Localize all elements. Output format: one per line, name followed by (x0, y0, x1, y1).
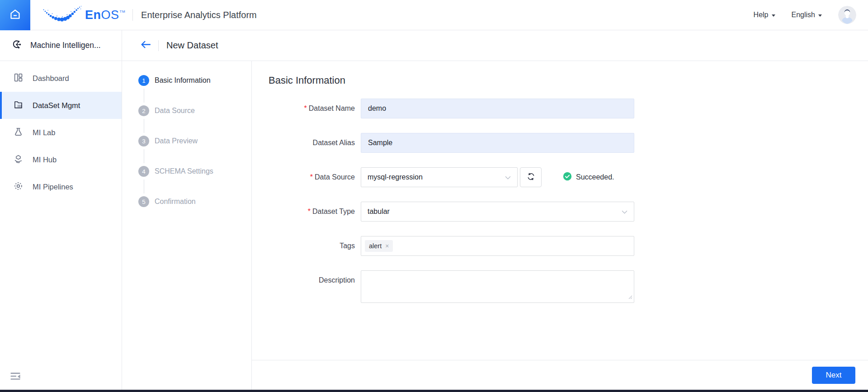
sidebar-item-label: MI Hub (33, 156, 57, 164)
description-textarea[interactable] (361, 270, 634, 303)
sidebar-item-mi-lab[interactable]: MI Lab (0, 119, 122, 146)
help-menu[interactable]: Help (754, 11, 775, 19)
help-menu-label: Help (754, 11, 769, 19)
required-asterisk: * (310, 173, 313, 181)
main-area: Machine Intelligen... Dashboard (0, 30, 868, 390)
required-asterisk: * (308, 208, 311, 215)
home-button[interactable] (0, 0, 30, 30)
sidebar-item-mi-pipelines[interactable]: MI Pipelines (0, 173, 122, 200)
wizard-steps: 1 Basic Information 2 Data Source 3 Data… (122, 61, 252, 390)
sidebar-item-label: MI Pipelines (33, 183, 73, 191)
mi-hub-icon (14, 154, 23, 165)
success-check-icon (563, 172, 572, 183)
sidebar-item-label: Dashboard (33, 74, 69, 83)
required-asterisk: * (304, 104, 307, 112)
dataset-name-input[interactable] (361, 99, 634, 118)
bottom-edge (0, 390, 868, 392)
language-menu[interactable]: English (792, 11, 822, 19)
sidebar-item-label: MI Lab (33, 128, 55, 137)
refresh-data-source-button[interactable] (520, 167, 542, 187)
status-text: Succeeded. (576, 173, 614, 181)
dataset-name-row: *Dataset Name (269, 99, 868, 118)
platform-title: Enterprise Analytics Platform (141, 10, 257, 20)
sidebar-header: Machine Intelligen... (0, 30, 122, 61)
machine-intelligence-app-icon (11, 39, 23, 52)
form-area: Basic Information *Dataset Name Dataset … (252, 61, 868, 390)
wizard-step-schema-settings[interactable]: 4 SCHEMA Settings (138, 166, 251, 196)
dashboard-icon (14, 73, 23, 84)
section-title: Basic Information (269, 75, 868, 86)
dataset-name-label: *Dataset Name (269, 99, 361, 118)
page-title: New Dataset (166, 40, 218, 51)
data-source-selected-value: mysql-regression (368, 173, 423, 181)
page-header: New Dataset (122, 30, 868, 61)
step-number-badge: 1 (138, 75, 149, 86)
app-title: Machine Intelligen... (30, 41, 101, 50)
data-source-row: *Data Source mysql-regression (269, 167, 868, 187)
enos-logo-text: EnOSTM (85, 8, 125, 22)
back-button[interactable] (140, 40, 151, 51)
caret-down-icon (772, 14, 775, 17)
sidebar-item-dashboard[interactable]: Dashboard (0, 65, 122, 92)
step-label: Confirmation (155, 198, 196, 205)
wizard-step-data-preview[interactable]: 3 Data Preview (138, 136, 251, 166)
step-number-badge: 5 (138, 196, 149, 207)
tags-row: Tags alert × (269, 236, 868, 256)
tag-chip-label: alert (369, 242, 382, 250)
description-label: Description (269, 270, 361, 305)
step-label: SCHEMA Settings (155, 167, 213, 175)
top-header: EnOSTM Enterprise Analytics Platform Hel… (0, 0, 868, 30)
dataset-type-label: *Dataset Type (269, 202, 361, 222)
header-divider (132, 9, 133, 21)
tags-input[interactable]: alert × (361, 236, 634, 256)
content: New Dataset 1 Basic Information 2 Data S… (122, 30, 868, 390)
sidebar-item-mi-hub[interactable]: MI Hub (0, 146, 122, 173)
dataset-type-row: *Dataset Type tabular (269, 202, 868, 222)
refresh-icon (527, 172, 535, 182)
description-row: Description (269, 270, 868, 305)
next-button[interactable]: Next (812, 367, 855, 384)
chevron-down-icon (622, 208, 627, 216)
user-avatar[interactable] (838, 6, 856, 24)
home-icon (9, 8, 21, 22)
data-source-label: *Data Source (269, 167, 361, 187)
step-number-badge: 2 (138, 105, 149, 116)
step-label: Data Source (155, 107, 195, 114)
tag-chip: alert × (365, 240, 393, 252)
user-avatar-icon (838, 6, 856, 24)
step-number-badge: 3 (138, 136, 149, 146)
content-body: 1 Basic Information 2 Data Source 3 Data… (122, 61, 868, 390)
menu-fold-icon (10, 374, 21, 382)
step-label: Data Preview (155, 137, 198, 145)
remove-tag-icon[interactable]: × (385, 243, 389, 249)
sidebar-collapse-button[interactable] (10, 372, 21, 383)
dataset-type-select[interactable]: tabular (361, 202, 634, 222)
mi-pipelines-icon (14, 181, 23, 193)
caret-down-icon (818, 14, 822, 17)
mi-lab-icon (14, 127, 23, 138)
tags-label: Tags (269, 236, 361, 256)
enos-logo: EnOSTM (42, 5, 125, 24)
dataset-alias-row: Dataset Alias (269, 133, 868, 153)
data-source-select[interactable]: mysql-regression (361, 167, 518, 187)
chevron-down-icon (505, 173, 511, 181)
sidebar-item-dataset-mgmt[interactable]: DataSet Mgmt (0, 92, 122, 119)
wizard-step-confirmation[interactable]: 5 Confirmation (138, 196, 251, 227)
back-arrow-icon (140, 40, 151, 51)
language-menu-label: English (792, 11, 815, 19)
sidebar-item-label: DataSet Mgmt (33, 101, 80, 110)
dataset-alias-label: Dataset Alias (269, 133, 361, 153)
header-right: Help English (754, 6, 856, 24)
form-footer: Next (252, 360, 868, 390)
wizard-step-basic-information[interactable]: 1 Basic Information (138, 75, 251, 105)
enos-swoosh-icon (42, 5, 83, 24)
wizard-step-data-source[interactable]: 2 Data Source (138, 105, 251, 136)
step-label: Basic Information (155, 76, 211, 84)
dataset-type-selected-value: tabular (368, 208, 390, 216)
basic-information-form: Basic Information *Dataset Name Dataset … (252, 61, 868, 360)
step-number-badge: 4 (138, 166, 149, 177)
dataset-mgmt-icon (14, 100, 23, 111)
dataset-alias-input[interactable] (361, 133, 634, 153)
sidebar-nav: Dashboard DataSet Mgmt (0, 65, 122, 200)
title-divider (158, 40, 159, 51)
